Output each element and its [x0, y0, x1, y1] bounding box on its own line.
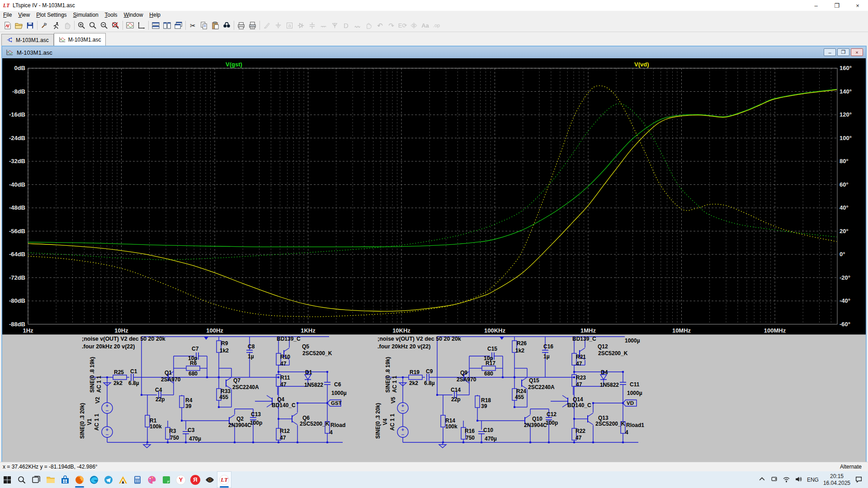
svg-text:10Hz: 10Hz: [114, 327, 128, 334]
clock[interactable]: 20:15 16.04.2025: [823, 473, 850, 487]
schematic-label: R18: [481, 397, 491, 404]
schematic-label: 2k2: [113, 380, 123, 386]
zoom-full-icon[interactable]: [110, 20, 121, 31]
channel-left[interactable]: ;noise v(OUT) V2 dec 50 20 20k.four 20kH…: [79, 336, 347, 448]
schematic-label: 1000µ: [625, 338, 640, 344]
cascade-icon[interactable]: [173, 20, 184, 31]
waveform-plot-pane[interactable]: 0dB-8dB-16dB-24dB-32dB-40dB-48dB-56dB-64…: [2, 58, 866, 334]
svg-text:0dB: 0dB: [14, 65, 25, 71]
open-icon[interactable]: [13, 20, 24, 31]
taskbar-calculator-icon[interactable]: [130, 471, 145, 488]
taskbar-search-icon[interactable]: [14, 471, 29, 488]
menu-tools[interactable]: Tools: [102, 11, 121, 19]
svg-text:-80dB: -80dB: [9, 297, 25, 304]
schematic-label: C13: [251, 411, 261, 418]
undo-icon: ↶: [374, 20, 386, 31]
close-button[interactable]: ×: [847, 0, 868, 11]
print-icon[interactable]: [247, 20, 258, 31]
menu-window[interactable]: Window: [121, 11, 146, 19]
taskbar-ltspice-icon[interactable]: LT: [217, 471, 231, 488]
zoom-back-icon[interactable]: [87, 20, 99, 31]
tab-2-waveform[interactable]: M-103M1.asc: [54, 33, 106, 46]
toolbar-separator: [234, 21, 234, 30]
schematic-label: R23: [576, 375, 586, 381]
taskbar-notes-icon[interactable]: [159, 471, 174, 488]
zoom-out-icon[interactable]: [99, 20, 110, 31]
find-icon[interactable]: [221, 20, 232, 31]
taskbar-start-icon[interactable]: [0, 471, 14, 488]
svg-text:100KHz: 100KHz: [484, 327, 505, 334]
schematic-pane[interactable]: ;noise v(OUT) V2 dec 50 20 20k.four 20kH…: [2, 334, 866, 462]
maximize-button[interactable]: ❐: [826, 0, 847, 11]
schematic-label: 1000µ: [627, 390, 642, 396]
svg-text:-48dB: -48dB: [9, 204, 25, 211]
tile-vertical-icon[interactable]: [150, 20, 161, 31]
schematic-label: 455: [219, 394, 228, 400]
legend-Vvd[interactable]: V(vd): [634, 61, 649, 68]
menu-plot-settings[interactable]: Plot Settings: [33, 11, 70, 19]
axes-icon[interactable]: [136, 20, 147, 31]
notification-icon[interactable]: [855, 475, 863, 484]
taskbar-explorer-icon[interactable]: [43, 471, 58, 488]
minimize-button[interactable]: –: [806, 0, 826, 11]
doc-close-button[interactable]: ×: [851, 48, 863, 56]
taskbar-ybrowser-icon[interactable]: Y: [174, 471, 188, 488]
schematic-label: 47: [280, 381, 287, 388]
channel-right[interactable]: ;noise v(OUT) V2 dec 50 20 20k.four 20kH…: [375, 336, 644, 448]
tab-1-schematic[interactable]: M-103M1.asc: [1, 34, 54, 46]
new-schematic-icon[interactable]: [2, 20, 13, 31]
menu-view[interactable]: View: [15, 11, 33, 19]
doc-minimize-button[interactable]: –: [824, 48, 836, 56]
schematic-label: Q2: [236, 416, 244, 422]
schematic-label: AC 1 1: [392, 375, 398, 393]
schematic-label: Q13: [598, 415, 609, 421]
schematic-label: 2SC2240A: [528, 384, 555, 390]
taskbar-store-icon[interactable]: [58, 471, 72, 488]
schematic-label: R6: [190, 360, 197, 366]
menu-simulation[interactable]: Simulation: [70, 11, 102, 19]
run-icon[interactable]: [50, 20, 61, 31]
taskbar-telegram-icon[interactable]: [101, 471, 116, 488]
taskbar-yandex-icon[interactable]: Я: [188, 471, 203, 488]
halt-icon: [61, 20, 73, 31]
taskbar-edge-icon[interactable]: [87, 471, 101, 488]
schematic-label: 2k2: [409, 380, 418, 386]
doc-maximize-button[interactable]: ❐: [837, 48, 849, 56]
svg-text:-16dB: -16dB: [9, 111, 25, 118]
taskbar-paint-icon[interactable]: [145, 471, 159, 488]
taskbar-designer-icon[interactable]: [116, 471, 130, 488]
menu-file[interactable]: File: [0, 11, 15, 19]
tile-horizontal-icon[interactable]: [161, 20, 173, 31]
wifi-icon[interactable]: [783, 475, 790, 484]
copy-icon[interactable]: [198, 20, 210, 31]
tray-device-icon[interactable]: [770, 475, 778, 484]
schematic-label: Q14: [573, 396, 583, 403]
schematic-label: D1: [305, 369, 312, 375]
print-setup-icon[interactable]: [236, 20, 247, 31]
component-icon: D: [340, 20, 352, 31]
cut-icon[interactable]: ✂: [187, 20, 198, 31]
schematic-label: SINE(0 .8 19k): [385, 357, 391, 393]
schematic-label: C4: [155, 387, 162, 393]
taskbar-firefox-icon[interactable]: [72, 471, 87, 488]
menu-help[interactable]: Help: [146, 11, 164, 19]
zoom-in-icon[interactable]: [76, 20, 87, 31]
schematic-label: 47: [576, 361, 582, 367]
control-panel-icon[interactable]: [39, 20, 50, 31]
language-indicator[interactable]: ENG: [807, 477, 819, 483]
taskbar-eye-icon[interactable]: [203, 471, 217, 488]
paste-icon[interactable]: [210, 20, 221, 31]
toolbar-separator: [123, 21, 123, 30]
legend-Vgst[interactable]: V(gst): [226, 61, 242, 68]
save-icon[interactable]: [24, 20, 36, 31]
schematic-label: SINE(0 .3 20k): [79, 403, 85, 439]
taskbar-task-view-icon[interactable]: [29, 471, 43, 488]
schematic-label: V2: [94, 397, 101, 404]
schematic-label: R14: [445, 418, 455, 424]
document-title-bar[interactable]: M-103M1.asc – ❐ ×: [2, 47, 866, 58]
tray-chevron-icon[interactable]: [758, 475, 766, 484]
net-flag-label: VD: [627, 400, 634, 406]
autorange-icon[interactable]: [124, 20, 136, 31]
app-title-bar: LT LTspice IV - M-103M1.asc – ❐ ×: [0, 0, 868, 11]
volume-icon[interactable]: [795, 475, 802, 484]
